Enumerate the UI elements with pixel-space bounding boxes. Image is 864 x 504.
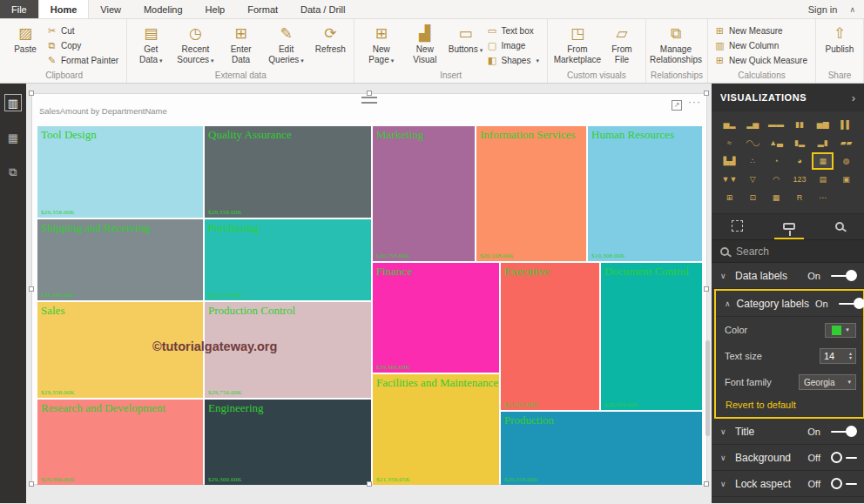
visual-resize-handle[interactable]	[367, 481, 372, 487]
format-section-lock-aspect[interactable]: ∨Lock aspectOff	[712, 471, 864, 497]
ribbon-tab-help[interactable]: Help	[194, 0, 237, 18]
button-publish[interactable]: ⇧Publish	[820, 21, 859, 55]
button-from-marketplace[interactable]: ◳From Marketplace	[552, 21, 603, 64]
button-image[interactable]: ▢Image	[486, 40, 538, 51]
button-new-visual[interactable]: ▟New Visual	[403, 21, 446, 64]
matrix-icon[interactable]: ▦	[766, 189, 787, 206]
ribbon-tab-home[interactable]: Home	[38, 0, 90, 18]
treemap-visual[interactable]: ↗ ··· SalesAmount by DepartmentName Tool…	[31, 93, 707, 485]
canvas-scrollbar[interactable]	[705, 340, 710, 436]
treemap-tile-human-resources[interactable]: Human Resources$10,308.00K	[588, 126, 702, 261]
visual-resize-handle[interactable]	[29, 481, 34, 487]
format-section-category-labels[interactable]: ∧Category labelsOn	[716, 291, 863, 317]
treemap-tile-marketing[interactable]: Marketing$20,758.00K	[373, 126, 475, 261]
button-enter-data[interactable]: ⊞Enter Data	[220, 21, 260, 64]
format-section-data-labels[interactable]: ∨Data labelsOn	[712, 263, 864, 289]
text-size-stepper[interactable]: 14▴▾	[820, 348, 856, 364]
treemap-tile-shipping-and-receiving[interactable]: Shipping and Receiving$29,306.00K	[37, 219, 203, 300]
treemap-tile-engineering[interactable]: Engineering$29,300.00K	[205, 400, 371, 485]
ribbon-tab-modeling[interactable]: Modeling	[132, 0, 194, 18]
button-new-measure[interactable]: ⊞New Measure	[714, 25, 807, 37]
button-format-painter[interactable]: ✎Format Painter	[46, 55, 118, 66]
visual-resize-handle[interactable]	[29, 91, 34, 96]
button-paste[interactable]: ▨Paste	[6, 21, 44, 55]
treemap-tile-finance[interactable]: Finance$29,308.00K	[373, 263, 499, 373]
stacked-area-chart-icon[interactable]: ▲▃	[766, 134, 787, 151]
toggle-category-labels[interactable]	[839, 298, 864, 310]
focus-mode-icon[interactable]: ↗	[672, 100, 682, 111]
ellipsis-icon[interactable]: ⋯	[812, 189, 834, 206]
100-stacked-column-chart-icon[interactable]: ▌▌	[835, 116, 857, 133]
button-cut[interactable]: ✂Cut	[46, 25, 118, 37]
button-new-quick-measure[interactable]: ⊞New Quick Measure	[714, 55, 807, 66]
button-shapes[interactable]: ◧Shapes▾	[486, 55, 538, 66]
button-copy[interactable]: ⧉Copy	[46, 40, 118, 51]
button-buttons[interactable]: ▭Buttons▾	[446, 21, 484, 55]
toggle-lock-aspect[interactable]	[831, 478, 857, 490]
scatter-chart-icon[interactable]: ∴	[742, 152, 764, 170]
r-script-icon[interactable]: R	[789, 189, 811, 206]
visual-resize-handle[interactable]	[367, 91, 372, 96]
visual-more-options-icon[interactable]: ···	[688, 96, 701, 108]
search-input[interactable]	[736, 245, 832, 258]
button-new-page[interactable]: ⊞New Page▾	[359, 21, 403, 64]
button-edit-queries[interactable]: ✎Edit Queries▾	[261, 21, 312, 64]
kpi-icon[interactable]: ▣	[835, 171, 857, 188]
treemap-icon[interactable]: ▦	[812, 152, 834, 170]
ribbon-tab-data-drill[interactable]: Data / Drill	[289, 0, 356, 18]
line-chart-icon[interactable]: ≈	[719, 134, 740, 151]
tab-fields[interactable]	[723, 214, 752, 239]
treemap-tile-tool-design[interactable]: Tool Design$29,358.00K	[37, 126, 203, 218]
button-new-column[interactable]: ▥New Column	[714, 40, 807, 51]
button-from-file[interactable]: ▱From File	[603, 21, 641, 64]
line-stacked-column-chart-icon[interactable]: ▂▮	[812, 134, 834, 151]
tab-format[interactable]	[774, 214, 804, 239]
treemap-tile-information-services[interactable]: Information Services$20,108.00K	[476, 126, 586, 261]
waterfall-chart-icon[interactable]: ▙▟	[719, 152, 740, 170]
format-search-box[interactable]	[712, 239, 864, 263]
format-section-title[interactable]: ∨TitleOn	[712, 419, 864, 445]
stacked-bar-chart-icon[interactable]: ▅▂	[719, 116, 740, 133]
visual-resize-handle[interactable]	[29, 286, 34, 292]
filled-map-icon[interactable]: ▼▼	[719, 171, 740, 188]
treemap-tile-production[interactable]: Production$20,358.00K	[501, 412, 702, 485]
treemap-tile-executive[interactable]: Executive$25,305.00K	[501, 263, 599, 410]
table-icon[interactable]: ⊡	[742, 189, 764, 206]
button-manage-relationships[interactable]: ⧉Manage Relationships	[651, 21, 701, 64]
visual-resize-handle[interactable]	[704, 481, 709, 487]
clustered-column-chart-icon[interactable]: ▮▮	[789, 116, 811, 133]
toggle-data-labels[interactable]	[831, 270, 857, 282]
visual-drag-handle-icon[interactable]	[361, 97, 377, 104]
funnel-chart-icon[interactable]: ▽	[742, 171, 764, 188]
button-text-box[interactable]: ▭Text box	[486, 25, 538, 37]
clustered-bar-chart-icon[interactable]: ▬▬	[766, 116, 787, 133]
treemap-tile-research-and-development[interactable]: Research and Development$29,366.00K	[37, 400, 203, 485]
ribbon-tab-format[interactable]: Format	[236, 0, 289, 18]
treemap-tile-quality-assurance[interactable]: Quality Assurance$28,358.00K	[205, 126, 371, 218]
stacked-column-chart-icon[interactable]: ▂▅	[742, 116, 764, 133]
pane-collapse-chevron-icon[interactable]: ›	[852, 91, 855, 104]
line-clustered-column-chart-icon[interactable]: ▮▂	[789, 134, 811, 151]
treemap-tile-facilities-and-maintenance[interactable]: Facilities and Maintenance$21,350.05K	[373, 374, 499, 485]
button-get-data[interactable]: ▤Get Data▾	[132, 21, 170, 64]
revert-to-default-link[interactable]: Revert to default	[716, 395, 863, 417]
pie-chart-icon[interactable]: ◔	[766, 152, 787, 170]
ribbon-chart-icon[interactable]: ▰▰	[835, 134, 857, 151]
treemap-tile-purchasing[interactable]: Purchasing$29,358.00K	[205, 219, 371, 300]
data-view-icon[interactable]: ▦	[4, 129, 22, 146]
donut-chart-icon[interactable]: ◕	[789, 152, 811, 170]
model-view-icon[interactable]: ⧉	[4, 164, 22, 181]
gauge-icon[interactable]: ◠	[766, 171, 787, 188]
collapse-ribbon-chevron[interactable]: ∧	[849, 5, 855, 14]
treemap-tile-document-control[interactable]: Document Control$20,300.00K	[601, 263, 702, 410]
ribbon-tab-view[interactable]: View	[89, 0, 132, 18]
button-recent-sources[interactable]: ◷Recent Sources▾	[170, 21, 220, 64]
ribbon-tab-file[interactable]: File	[0, 0, 38, 18]
visual-resize-handle[interactable]	[704, 286, 709, 292]
report-canvas[interactable]: ↗ ··· SalesAmount by DepartmentName Tool…	[26, 84, 712, 503]
report-view-icon[interactable]: ▥	[4, 94, 22, 111]
visual-resize-handle[interactable]	[704, 91, 709, 96]
map-icon[interactable]: ◍	[835, 152, 857, 170]
toggle-background[interactable]	[831, 452, 857, 464]
area-chart-icon[interactable]: ◠◡	[742, 134, 764, 151]
